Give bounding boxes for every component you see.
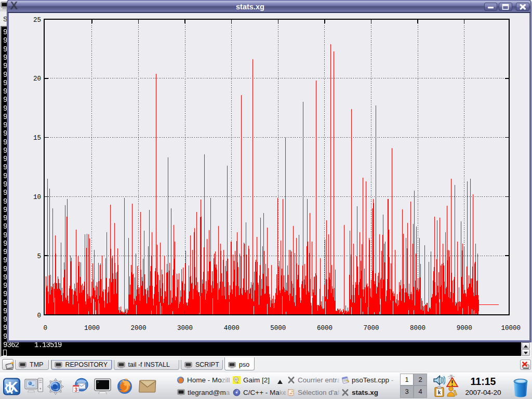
svg-text:0: 0 <box>37 312 41 320</box>
svg-text:8000: 8000 <box>410 325 425 332</box>
svg-text:7000: 7000 <box>363 325 379 332</box>
svg-text:3000: 3000 <box>177 325 193 332</box>
svg-text:1000: 1000 <box>84 325 100 332</box>
svg-text:3: 3 <box>74 387 77 393</box>
svg-text:10000: 10000 <box>501 325 521 332</box>
svg-text:k: k <box>438 390 441 395</box>
svg-text:6000: 6000 <box>317 325 332 332</box>
svg-text:2000: 2000 <box>130 325 146 332</box>
svg-text:25: 25 <box>33 17 41 24</box>
svg-text:15: 15 <box>33 135 41 142</box>
svg-text:9000: 9000 <box>457 325 472 332</box>
svg-text:5: 5 <box>37 253 41 260</box>
svg-text:10: 10 <box>33 194 41 201</box>
svg-text:5000: 5000 <box>270 325 286 332</box>
svg-text:0: 0 <box>44 325 48 332</box>
svg-text:4000: 4000 <box>224 325 240 332</box>
svg-text:K: K <box>8 379 18 395</box>
svg-text:20: 20 <box>33 75 41 83</box>
svg-text:>: > <box>97 381 99 384</box>
